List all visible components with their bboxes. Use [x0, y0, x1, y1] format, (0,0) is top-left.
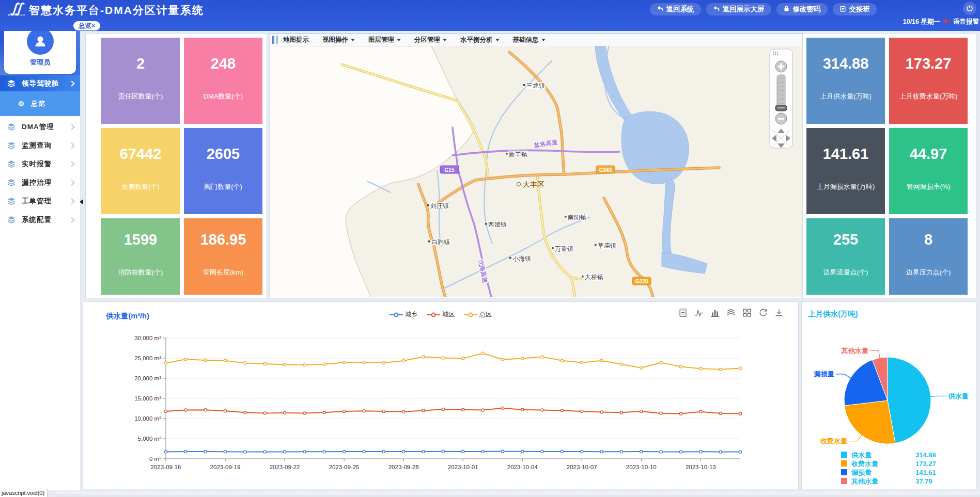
- pie-chart: 供水量收费水量漏损量其他水量供水量314.88收费水量173.27漏损量141.…: [802, 302, 976, 489]
- zoom-in-button[interactable]: [775, 61, 787, 72]
- tab-close-icon[interactable]: ×: [91, 22, 95, 29]
- chevron-right-icon: [69, 180, 74, 185]
- pie-legend-item-供水量[interactable]: 供水量314.88: [841, 451, 936, 459]
- map-canvas[interactable]: 盐洛高速沈海高速G15G343G228三龙镇新丰镇大丰区刘庄镇西团镇白驹镇南阳镇…: [271, 46, 802, 299]
- caret-down-icon: [351, 39, 355, 41]
- sidebar-item-6[interactable]: 系统配置: [0, 212, 80, 228]
- town-label-草庙镇: 草庙镇: [595, 242, 616, 249]
- date-alarm-row: 10/16 星期一 语音报警: [903, 18, 979, 26]
- legend-marker-icon: [427, 312, 440, 317]
- y-tick-label: 10,000 m³: [134, 415, 161, 422]
- map-toolbar-item-2[interactable]: 图层管理: [368, 36, 401, 44]
- road-badge-G15: G15: [440, 166, 459, 173]
- map-toolbar-item-4[interactable]: 水平衡分析: [460, 36, 500, 44]
- x-tick-label: 2023-10-07: [567, 464, 597, 470]
- tab-overview[interactable]: 总览×: [73, 21, 100, 30]
- pie-legend-item-收费水量[interactable]: 收费水量173.27: [841, 460, 936, 468]
- x-tick-label: 2023-10-10: [626, 464, 657, 470]
- header-buttons: 返回系统返回展示大屏修改密码交接班: [650, 3, 877, 15]
- pie-callout-供水量: 供水量: [948, 392, 969, 400]
- line-chart-icon[interactable]: [694, 308, 704, 317]
- download-icon[interactable]: [774, 308, 784, 317]
- x-tick-label: 2023-10-04: [507, 464, 538, 470]
- y-tick-label: 25,000 m³: [134, 355, 161, 361]
- svg-text:大丰区: 大丰区: [523, 180, 545, 188]
- logo-mark-icon: ∬: [6, 2, 27, 13]
- x-tick-label: 2023-09-19: [210, 464, 241, 470]
- y-tick-label: 5,000 m³: [138, 436, 162, 442]
- stat-card-阀门数量(个): 2605阀门数量(个): [184, 128, 262, 214]
- avatar: [27, 28, 54, 55]
- svg-text:漏损量: 漏损量: [851, 469, 872, 476]
- sidebar-item-2[interactable]: 监测查询: [0, 137, 80, 153]
- voice-alarm-label[interactable]: 语音报警: [953, 18, 979, 26]
- logout-power-button[interactable]: [963, 2, 976, 15]
- map-svg[interactable]: 盐洛高速沈海高速G15G343G228三龙镇新丰镇大丰区刘庄镇西团镇白驹镇南阳镇…: [271, 46, 802, 297]
- town-label-小海镇: 小海镇: [509, 255, 531, 262]
- svg-text:小海镇: 小海镇: [512, 255, 531, 262]
- svg-text:大桥镇: 大桥镇: [585, 274, 603, 281]
- pie-legend-item-其他水量[interactable]: 其他水量37.79: [841, 477, 932, 485]
- y-tick-label: 30,000 m³: [134, 335, 161, 341]
- legend-marker-icon: [464, 312, 477, 317]
- stat-card-上月供水量(万吨): 314.88上月供水量(万吨): [806, 38, 885, 124]
- sidebar-item-5[interactable]: 工单管理: [0, 193, 80, 209]
- pie-slice-供水量[interactable]: [888, 357, 931, 443]
- stat-card-消防栓数量(个): 1599消防栓数量(个): [101, 218, 180, 295]
- map-panel: 地图提示视图操作图层管理分区管理水平衡分析基础信息: [270, 33, 802, 298]
- town-label-西团镇: 西团镇: [485, 221, 507, 228]
- svg-text:141.61: 141.61: [915, 469, 936, 476]
- map-toolbar-item-5[interactable]: 基础信息: [513, 36, 546, 44]
- sidebar-item-1[interactable]: DMA管理: [0, 119, 80, 135]
- sidebar-hero: 管理员: [0, 31, 80, 75]
- map-toolbar-item-0[interactable]: 地图提示: [283, 36, 309, 44]
- status-text: javascript:void(0): [0, 489, 48, 497]
- chevron-right-icon: [69, 81, 74, 86]
- svg-text:G228: G228: [635, 279, 648, 284]
- speaker-icon[interactable]: [943, 18, 951, 26]
- svg-text:G15: G15: [445, 167, 455, 173]
- header-button-3[interactable]: 交接班: [833, 3, 877, 15]
- header-button-2[interactable]: 修改密码: [776, 3, 828, 15]
- pie-callout-漏损量: 漏损量: [813, 370, 834, 378]
- zoom-slider-track[interactable]: [777, 75, 785, 110]
- stat-card-管网漏损率(%): 44.97管网漏损率(%): [889, 128, 968, 214]
- restore-icon[interactable]: [758, 308, 768, 317]
- stat-card-水表数量(个): 67442水表数量(个): [101, 128, 180, 214]
- pie-slice-收费水量[interactable]: [845, 400, 895, 444]
- sidebar-item-0[interactable]: 领导驾驶舱: [0, 75, 80, 91]
- town-label-白驹镇: 白驹镇: [428, 238, 450, 246]
- sidebar-item-4[interactable]: 漏控治理: [0, 174, 80, 190]
- bar-chart-icon[interactable]: [710, 308, 720, 317]
- sidebar-subitem-总览[interactable]: 总览: [0, 91, 80, 116]
- series-line-城区: [166, 408, 740, 414]
- chevron-right-icon: [69, 124, 74, 130]
- map-toolbar-item-1[interactable]: 视图操作: [322, 36, 355, 44]
- layers-icon: [7, 198, 15, 205]
- pie-legend-item-漏损量[interactable]: 漏损量141.61: [841, 469, 936, 476]
- line-chart: 0 m³5,000 m³10,000 m³15,000 m³20,000 m³2…: [83, 317, 798, 488]
- town-label-新丰镇: 新丰镇: [506, 151, 527, 158]
- map-zoom-control[interactable]: [770, 49, 792, 148]
- svg-text:西团镇: 西团镇: [488, 221, 507, 228]
- app-title: 智慧水务平台-DMA分区计量系统: [29, 3, 204, 18]
- series-line-总区: [166, 354, 740, 370]
- sidebar: 管理员 领导驾驶舱 总览 DMA管理 监测查询 实时报警 漏控治理: [0, 31, 81, 490]
- app-logo: ∬ MIAOMIAO: [6, 2, 27, 17]
- header-button-0[interactable]: 返回系统: [650, 3, 701, 15]
- tiled-icon[interactable]: [742, 308, 752, 317]
- zoom-out-button[interactable]: [775, 113, 787, 124]
- sidebar-collapse-icon[interactable]: [80, 199, 83, 204]
- stat-card-上月漏损水量(万吨): 141.61上月漏损水量(万吨): [806, 128, 885, 214]
- sidebar-item-3[interactable]: 实时报警: [0, 156, 80, 172]
- pie-chart-panel: 上月供水(万吨) 供水量收费水量漏损量其他水量供水量314.88收费水量173.…: [801, 301, 976, 489]
- stat-card-管网长度(km): 186.95管网长度(km): [184, 218, 262, 295]
- stack-icon[interactable]: [726, 308, 736, 317]
- x-tick-label: 2023-10-01: [448, 464, 478, 470]
- data-view-icon[interactable]: [678, 308, 688, 317]
- svg-text:新丰镇: 新丰镇: [509, 151, 527, 158]
- x-tick-label: 2023-09-25: [329, 464, 360, 470]
- header-button-1[interactable]: 返回展示大屏: [706, 3, 771, 15]
- map-toolbar-item-3[interactable]: 分区管理: [414, 36, 447, 44]
- y-tick-label: 15,000 m³: [134, 395, 161, 402]
